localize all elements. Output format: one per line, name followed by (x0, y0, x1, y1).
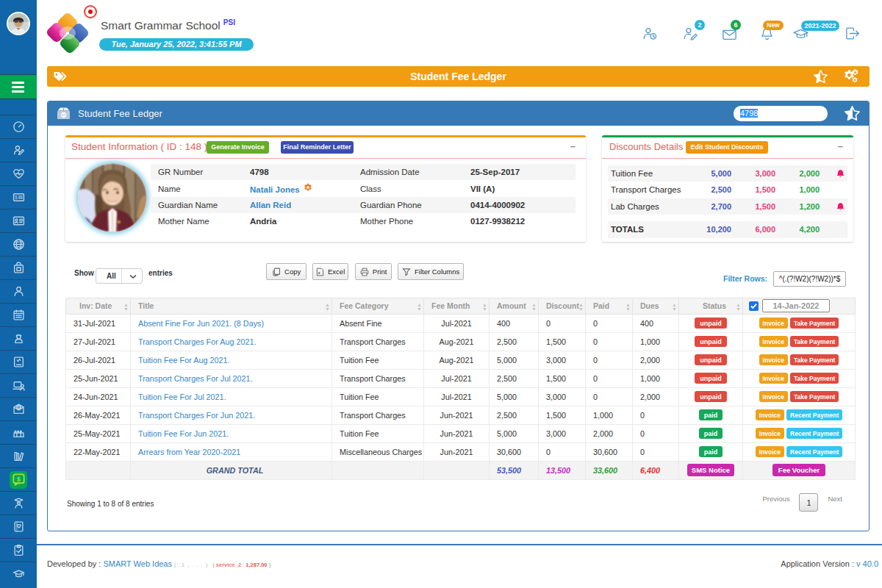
svg-text:$: $ (62, 112, 65, 118)
svg-text:$: $ (16, 476, 20, 483)
svg-text:$: $ (15, 195, 18, 200)
